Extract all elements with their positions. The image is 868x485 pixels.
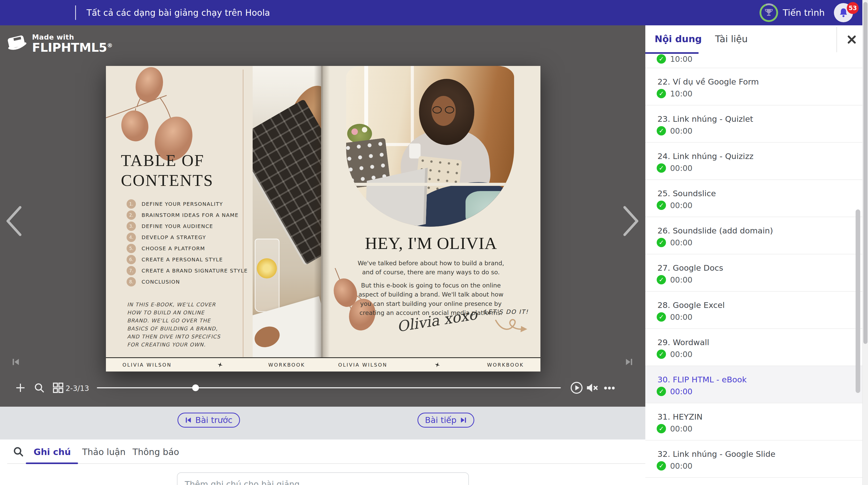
skip-previous-icon — [185, 417, 192, 424]
toc-row: 6. CREATE A PERSONAL STYLE — [127, 254, 248, 265]
lesson-duration: 00:00 — [670, 387, 692, 396]
toc-label: DEVELOP A STRATEGY — [142, 234, 206, 240]
last-page-icon[interactable] — [625, 358, 633, 366]
more-options-icon[interactable] — [603, 386, 615, 390]
lesson-title: 28. Google Excel — [657, 301, 724, 310]
toc-row: 8. CONCLUSION — [127, 276, 248, 287]
lesson-duration: 00:00 — [670, 350, 692, 359]
tab-notes[interactable]: Ghi chú — [34, 447, 71, 457]
right-page-paragraph-2: But this e-book is going to focus on the… — [356, 281, 506, 317]
lesson-duration: 00:00 — [670, 424, 692, 433]
sidebar-scrollbar-thumb[interactable] — [856, 209, 860, 393]
progress-label: Tiến trình — [783, 7, 825, 18]
previous-lesson-label: Bài trước — [195, 415, 232, 425]
lesson-title: 26. Soundslide (add domain) — [657, 226, 773, 235]
autoplay-icon[interactable] — [570, 381, 583, 395]
sidebar-header: Nội dung Tài liệu — [645, 25, 862, 54]
prev-page-arrow[interactable] — [2, 204, 25, 238]
check-icon: ✓ — [657, 349, 666, 359]
logo-fliphtml5: FLIPHTML5® — [32, 41, 113, 54]
page-scrollbar[interactable] — [862, 0, 868, 485]
toc-label: BRAINSTORM IDEAS FOR A NAME — [142, 212, 239, 218]
check-icon: ✓ — [657, 89, 666, 98]
book-icon — [6, 33, 28, 53]
lesson-title: 31. HEYZIN — [657, 412, 703, 421]
sparkle-icon — [218, 362, 223, 367]
lesson-item[interactable]: 29. Wordwall ✓ 00:00 — [645, 329, 862, 366]
topbar-divider — [75, 5, 76, 20]
toc-row: 1. DEFINE YOUR PERSONALITY — [127, 198, 248, 209]
toc-number-badge: 3. — [127, 222, 136, 231]
note-input[interactable] — [177, 472, 469, 485]
toc-number-badge: 6. — [127, 255, 136, 264]
notification-badge: 53 — [847, 2, 859, 14]
zoom-in-icon[interactable] — [15, 382, 26, 394]
lesson-item[interactable]: 32. Link nhúng - Google Slide ✓ 00:00 — [645, 440, 862, 478]
lesson-item[interactable]: 26. Soundslide (add domain) ✓ 00:00 — [645, 217, 862, 254]
lesson-item[interactable]: 28. Google Excel ✓ 00:00 — [645, 292, 862, 329]
toc-number-badge: 5. — [127, 244, 136, 253]
toc-row: 3. DEFINE YOUR AUDIENCE — [127, 221, 248, 232]
fliphtml5-logo[interactable]: Made with FLIPHTML5® — [6, 33, 113, 54]
footer-label: WORKBOOK — [269, 362, 305, 368]
tab-discussion[interactable]: Thảo luận — [82, 447, 126, 457]
lesson-item[interactable]: 23. Link nhúng - Quizlet ✓ 00:00 — [645, 106, 862, 143]
page-scrollbar-thumb[interactable] — [863, 2, 867, 344]
lesson-items: 22. Ví dụ về Google Form ✓ 10:00 23. Lin… — [645, 68, 862, 478]
tab-announcements[interactable]: Thông báo — [132, 447, 179, 457]
sidebar-tab-content[interactable]: Nội dung — [655, 34, 702, 44]
lesson-duration: 00:00 — [670, 275, 692, 284]
progress-button[interactable]: Tiến trình — [760, 0, 825, 25]
search-zoom-icon[interactable] — [34, 382, 45, 394]
book-page-right[interactable]: HEY, I'M OLIVIA We've talked before abou… — [322, 66, 540, 371]
page-footer-left: OLIVIA WILSON WORKBOOK — [106, 357, 322, 371]
lesson-item[interactable]: 24. Link nhúng - Quizizz ✓ 00:00 — [645, 143, 862, 180]
lesson-item[interactable]: 22. Ví dụ về Google Form ✓ 10:00 — [645, 68, 862, 106]
flipbook-stage: Made with FLIPHTML5® — [0, 25, 645, 407]
lesson-item[interactable]: 27. Google Docs ✓ 00:00 — [645, 254, 862, 292]
check-icon: ✓ — [657, 275, 666, 284]
toc-label: CREATE A PERSONAL STYLE — [142, 256, 223, 263]
previous-lesson-button[interactable]: Bài trước — [178, 412, 240, 428]
lesson-item[interactable]: 31. HEYZIN ✓ 00:00 — [645, 403, 862, 440]
lesson-sidebar: Nội dung Tài liệu ✓ 10:00 22. Ví dụ về — [645, 25, 862, 485]
lesson-duration: 00:00 — [670, 313, 692, 322]
lesson-duration: 00:00 — [670, 126, 692, 136]
search-icon[interactable] — [13, 446, 24, 458]
lets-do-it-text: LET'S DO IT! — [484, 308, 529, 315]
lesson-list: ✓ 10:00 22. Ví dụ về Google Form ✓ 10:00 — [645, 54, 862, 485]
logo-made-with: Made with — [32, 33, 113, 41]
next-page-arrow[interactable] — [619, 204, 643, 238]
footer-author: OLIVIA WILSON — [122, 362, 172, 368]
toc-label: DEFINE YOUR PERSONALITY — [142, 201, 223, 207]
lesson-item-partial[interactable]: ✓ 10:00 — [645, 54, 862, 68]
check-icon: ✓ — [657, 424, 666, 433]
footer-label: WORKBOOK — [487, 362, 524, 368]
next-lesson-label: Bài tiếp — [425, 415, 457, 425]
lesson-nav-band: Bài trước Bài tiếp — [0, 407, 645, 439]
close-icon[interactable] — [846, 34, 857, 45]
lesson-duration: 10:00 — [670, 55, 692, 64]
sidebar-header-divider — [836, 27, 837, 52]
first-page-icon[interactable] — [12, 358, 20, 366]
next-lesson-button[interactable]: Bài tiếp — [417, 412, 474, 428]
sidebar-tab-documents[interactable]: Tài liệu — [715, 34, 748, 44]
page-slider-track[interactable] — [97, 387, 561, 388]
lesson-title: 30. FLIP HTML - eBook — [657, 375, 747, 384]
book-page-left[interactable]: TABLE OF CONTENTS 1. DEFINE YOUR PERSONA… — [106, 66, 322, 371]
thumbnails-icon[interactable] — [53, 382, 64, 394]
lesson-title: 23. Link nhúng - Quizlet — [657, 114, 753, 123]
lesson-title: 25. Soundslice — [657, 189, 716, 198]
check-icon: ✓ — [657, 163, 666, 173]
mute-icon[interactable] — [586, 382, 598, 394]
curly-arrow-icon — [494, 316, 533, 339]
toc-number-badge: 1. — [127, 199, 136, 209]
toc-heading: TABLE OF CONTENTS — [121, 151, 213, 191]
lesson-title: 24. Link nhúng - Quizizz — [657, 151, 753, 161]
lesson-duration: 00:00 — [670, 201, 692, 210]
lesson-title: 32. Link nhúng - Google Slide — [657, 449, 775, 459]
lesson-item[interactable]: 25. Soundslice ✓ 00:00 — [645, 180, 862, 217]
page-slider-handle[interactable] — [192, 384, 199, 391]
active-tab-underline — [26, 462, 78, 464]
lesson-item[interactable]: 30. FLIP HTML - eBook ✓ 00:00 — [645, 366, 862, 403]
